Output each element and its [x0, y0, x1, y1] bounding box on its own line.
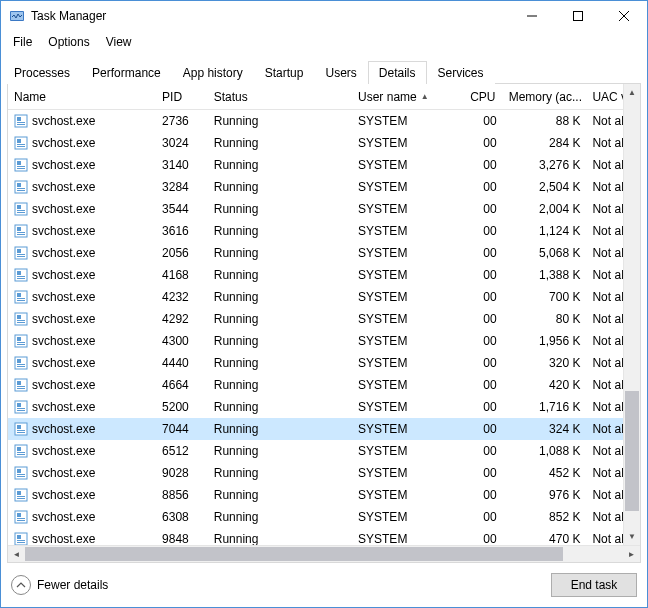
svg-rect-23 [17, 205, 21, 209]
cell-user: SYSTEM [352, 376, 464, 394]
table-row[interactable]: svchost.exe3284RunningSYSTEM002,504 KNot… [8, 176, 623, 198]
hscroll-thumb[interactable] [25, 547, 563, 561]
cell-uac: Not al [586, 222, 623, 240]
svg-rect-77 [17, 498, 25, 499]
menu-options[interactable]: Options [40, 32, 97, 52]
cell-memory: 452 K [503, 464, 587, 482]
tab-details[interactable]: Details [368, 61, 427, 84]
column-header-memory[interactable]: Memory (ac... [503, 86, 587, 108]
cell-user: SYSTEM [352, 354, 464, 372]
column-header-cpu[interactable]: CPU [464, 86, 502, 108]
table-row[interactable]: svchost.exe4664RunningSYSTEM00420 KNot a… [8, 374, 623, 396]
table-row[interactable]: svchost.exe5200RunningSYSTEM001,716 KNot… [8, 396, 623, 418]
cell-pid: 6512 [156, 442, 208, 460]
cell-pid: 3544 [156, 200, 208, 218]
end-task-button[interactable]: End task [551, 573, 637, 597]
table-row[interactable]: svchost.exe6308RunningSYSTEM00852 KNot a… [8, 506, 623, 528]
tab-users[interactable]: Users [314, 61, 367, 84]
cell-cpu: 00 [464, 222, 502, 240]
table-row[interactable]: svchost.exe6512RunningSYSTEM001,088 KNot… [8, 440, 623, 462]
scroll-track[interactable] [624, 101, 640, 528]
svg-rect-49 [17, 344, 25, 345]
column-header-status[interactable]: Status [208, 86, 352, 108]
cell-pid: 4168 [156, 266, 208, 284]
svg-rect-59 [17, 403, 21, 407]
menu-view[interactable]: View [98, 32, 140, 52]
menu-file[interactable]: File [5, 32, 40, 52]
svg-rect-75 [17, 491, 21, 495]
table-row[interactable]: svchost.exe2736RunningSYSTEM0088 KNot al [8, 110, 623, 132]
cell-status: Running [208, 288, 352, 306]
cell-name: svchost.exe [8, 288, 156, 306]
cell-pid: 3616 [156, 222, 208, 240]
cell-user: SYSTEM [352, 200, 464, 218]
menubar: File Options View [1, 31, 647, 53]
table-row[interactable]: svchost.exe3140RunningSYSTEM003,276 KNot… [8, 154, 623, 176]
column-header-uac[interactable]: UAC v [586, 86, 623, 108]
table-row[interactable]: svchost.exe9848RunningSYSTEM00470 KNot a… [8, 528, 623, 545]
sort-asc-icon: ▲ [421, 92, 429, 101]
horizontal-scrollbar[interactable]: ◄ ► [8, 545, 640, 562]
cell-memory: 420 K [503, 376, 587, 394]
cell-memory: 700 K [503, 288, 587, 306]
column-header-name[interactable]: Name [8, 86, 156, 108]
table-row[interactable]: svchost.exe4232RunningSYSTEM00700 KNot a… [8, 286, 623, 308]
svg-rect-72 [17, 474, 25, 475]
column-header-user[interactable]: User name▲ [352, 86, 464, 108]
cell-cpu: 00 [464, 398, 502, 416]
scroll-down-arrow[interactable]: ▼ [624, 528, 640, 545]
table-row[interactable]: svchost.exe3544RunningSYSTEM002,004 KNot… [8, 198, 623, 220]
cell-cpu: 00 [464, 266, 502, 284]
svg-rect-20 [17, 188, 25, 189]
table-row[interactable]: svchost.exe9028RunningSYSTEM00452 KNot a… [8, 462, 623, 484]
cell-status: Running [208, 530, 352, 545]
cell-uac: Not al [586, 310, 623, 328]
tab-startup[interactable]: Startup [254, 61, 315, 84]
table-row[interactable]: svchost.exe3024RunningSYSTEM00284 KNot a… [8, 132, 623, 154]
tab-performance[interactable]: Performance [81, 61, 172, 84]
minimize-button[interactable] [509, 1, 555, 31]
cell-user: SYSTEM [352, 310, 464, 328]
cell-memory: 852 K [503, 508, 587, 526]
cell-pid: 3140 [156, 156, 208, 174]
svg-rect-81 [17, 520, 25, 521]
table-row[interactable]: svchost.exe7044RunningSYSTEM00324 KNot a… [8, 418, 623, 440]
cell-name: svchost.exe [8, 200, 156, 218]
cell-status: Running [208, 486, 352, 504]
tab-app-history[interactable]: App history [172, 61, 254, 84]
cell-memory: 1,124 K [503, 222, 587, 240]
cell-pid: 4664 [156, 376, 208, 394]
maximize-button[interactable] [555, 1, 601, 31]
svg-rect-73 [17, 476, 25, 477]
svg-rect-85 [17, 542, 25, 543]
close-button[interactable] [601, 1, 647, 31]
titlebar[interactable]: Task Manager [1, 1, 647, 31]
vertical-scrollbar[interactable]: ▲ ▼ [623, 84, 640, 545]
scroll-left-arrow[interactable]: ◄ [8, 550, 25, 559]
table-row[interactable]: svchost.exe3616RunningSYSTEM001,124 KNot… [8, 220, 623, 242]
scroll-thumb[interactable] [625, 391, 639, 511]
table-row[interactable]: svchost.exe4168RunningSYSTEM001,388 KNot… [8, 264, 623, 286]
table-row[interactable]: svchost.exe2056RunningSYSTEM005,068 KNot… [8, 242, 623, 264]
table-row[interactable]: svchost.exe4440RunningSYSTEM00320 KNot a… [8, 352, 623, 374]
scroll-right-arrow[interactable]: ► [623, 550, 640, 559]
cell-user: SYSTEM [352, 222, 464, 240]
table-row[interactable]: svchost.exe8856RunningSYSTEM00976 KNot a… [8, 484, 623, 506]
tab-processes[interactable]: Processes [3, 61, 81, 84]
cell-uac: Not al [586, 134, 623, 152]
table-row[interactable]: svchost.exe4300RunningSYSTEM001,956 KNot… [8, 330, 623, 352]
cell-status: Running [208, 420, 352, 438]
fewer-details-toggle[interactable]: Fewer details [11, 575, 108, 595]
svg-rect-52 [17, 364, 25, 365]
table-row[interactable]: svchost.exe4292RunningSYSTEM0080 KNot al [8, 308, 623, 330]
column-header-pid[interactable]: PID [156, 86, 208, 108]
svg-rect-65 [17, 432, 25, 433]
cell-user: SYSTEM [352, 112, 464, 130]
footer: Fewer details End task [1, 563, 647, 607]
cell-name: svchost.exe [8, 442, 156, 460]
tab-services[interactable]: Services [427, 61, 495, 84]
cell-uac: Not al [586, 244, 623, 262]
scroll-up-arrow[interactable]: ▲ [624, 84, 640, 101]
svg-rect-36 [17, 276, 25, 277]
cell-uac: Not al [586, 486, 623, 504]
